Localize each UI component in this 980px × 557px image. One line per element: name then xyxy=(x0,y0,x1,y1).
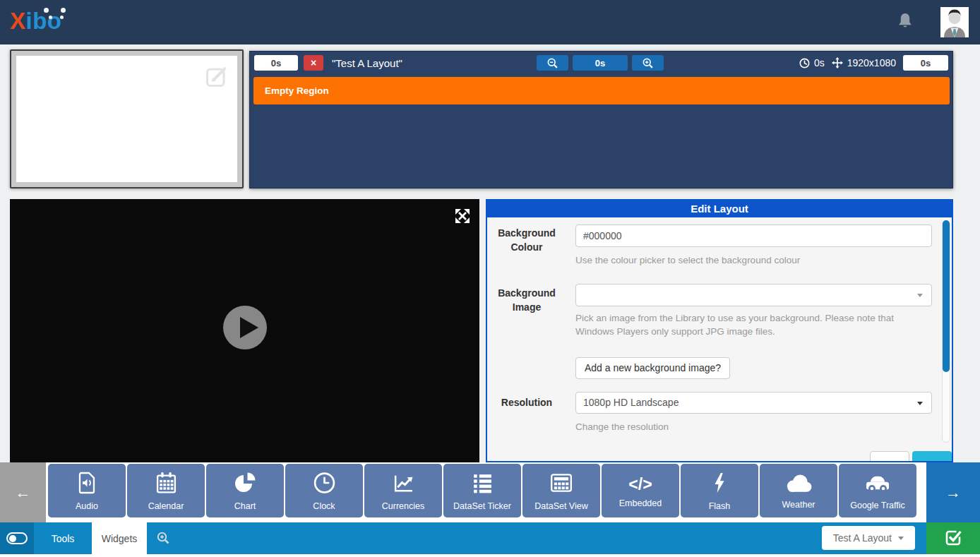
table-icon xyxy=(549,471,573,498)
empty-region-bar[interactable]: Empty Region xyxy=(253,77,950,104)
widget-card-dataset-ticker[interactable]: DataSet Ticker xyxy=(443,464,521,517)
widget-card-embedded[interactable]: </> Embedded xyxy=(602,464,679,517)
timeline-layout-title: "Test A Layout" xyxy=(332,57,402,69)
clock-icon xyxy=(313,471,336,498)
chevron-down-icon xyxy=(898,537,904,540)
widget-card-dataset-view[interactable]: DataSet View xyxy=(522,464,600,517)
car-icon xyxy=(863,472,892,497)
expand-arrows-icon[interactable] xyxy=(453,207,472,228)
panel-scrollbar[interactable] xyxy=(942,220,950,443)
toolbar-scroll-right-button[interactable]: → xyxy=(926,462,980,522)
widget-card-weather[interactable]: Weather xyxy=(760,464,837,517)
chevron-down-icon xyxy=(917,402,923,405)
arrow-left-icon: ← xyxy=(16,484,31,502)
line-chart-icon xyxy=(392,471,415,498)
background-image-help: Pick an image from the Library to use as… xyxy=(575,311,907,338)
layout-preview[interactable] xyxy=(10,199,479,462)
notifications-bell-icon[interactable] xyxy=(897,12,914,34)
xibo-layout-designer: Xibo xyxy=(0,0,980,557)
lightning-bolt-icon xyxy=(709,471,730,498)
tab-tools[interactable]: Tools xyxy=(34,522,92,554)
pie-chart-icon xyxy=(232,471,258,498)
bottom-bar: Tools Widgets Test A Layout xyxy=(0,522,980,554)
widget-label: Audio xyxy=(76,501,98,511)
close-icon: × xyxy=(311,57,316,68)
layout-thumbnail[interactable] xyxy=(10,49,244,188)
play-button[interactable] xyxy=(223,306,267,349)
empty-region-label: Empty Region xyxy=(265,85,329,96)
user-avatar[interactable] xyxy=(940,7,969,37)
timeline-dimensions: 1920x1080 xyxy=(847,57,896,68)
resolution-value: 1080p HD Landscape xyxy=(583,397,679,408)
widget-card-flash[interactable]: Flash xyxy=(681,464,758,517)
logo-dot xyxy=(61,8,66,13)
timeline-zoom-duration[interactable]: 0s xyxy=(573,55,628,71)
background-image-select[interactable] xyxy=(575,284,932,306)
chevron-down-icon xyxy=(917,294,923,297)
timeline-zoom-controls: 0s xyxy=(537,55,664,71)
widget-toolbar: ← Audio xyxy=(0,462,980,522)
confirm-button[interactable] xyxy=(926,522,980,554)
zoom-in-icon xyxy=(642,57,654,69)
resolution-help: Change the resolution xyxy=(575,420,669,433)
widget-label: DataSet View xyxy=(534,501,588,511)
search-plus-icon[interactable] xyxy=(156,531,170,548)
toolbar-scroll-left-button[interactable]: ← xyxy=(0,462,46,522)
edit-pencil-icon[interactable] xyxy=(205,63,230,91)
widget-label: Weather xyxy=(782,500,815,510)
cloud-icon xyxy=(784,472,813,496)
timeline-panel: 0s × "Test A Layout" 0s xyxy=(249,51,953,188)
logo-x: X xyxy=(10,8,26,34)
background-image-label: Background Image xyxy=(487,286,566,314)
logo-dot xyxy=(49,16,52,19)
toggle-icon xyxy=(6,532,28,544)
resolution-label: Resolution xyxy=(487,395,566,409)
layout-select-value: Test A Layout xyxy=(833,532,892,544)
widget-label: Flash xyxy=(709,501,731,511)
widget-label: Embedded xyxy=(619,498,662,508)
move-arrows-icon xyxy=(832,57,843,68)
background-colour-input[interactable] xyxy=(575,224,932,247)
widget-card-currencies[interactable]: Currencies xyxy=(364,464,442,517)
save-button[interactable] xyxy=(912,451,952,462)
widget-card-audio[interactable]: Audio xyxy=(48,464,126,517)
timeline-info-group: 0s 1920x1080 0s xyxy=(799,55,948,71)
widget-card-chart[interactable]: Chart xyxy=(206,464,284,517)
timeline-clock-duration: 0s xyxy=(814,57,825,68)
layout-duration-badge[interactable]: 0s xyxy=(254,55,298,71)
zoom-in-button[interactable] xyxy=(632,55,664,71)
xibo-logo[interactable]: Xibo xyxy=(10,8,62,35)
add-background-image-button[interactable]: Add a new background image? xyxy=(575,357,730,379)
top-navbar: Xibo xyxy=(0,0,980,44)
widget-label: Currencies xyxy=(382,501,424,511)
zoom-out-button[interactable] xyxy=(537,55,568,71)
layout-select-dropdown[interactable]: Test A Layout xyxy=(822,526,915,550)
scrollbar-thumb[interactable] xyxy=(943,220,950,372)
code-icon: </> xyxy=(628,474,652,495)
background-colour-help: Use the colour picker to select the back… xyxy=(575,253,800,267)
logo-dot xyxy=(44,8,49,13)
timeline-header: 0s × "Test A Layout" 0s xyxy=(250,52,952,74)
background-colour-label: Background Colour xyxy=(487,226,566,254)
widget-label: Google Traffic xyxy=(850,501,905,510)
region-duration-badge[interactable]: 0s xyxy=(903,55,948,71)
widget-card-clock[interactable]: Clock xyxy=(285,464,363,517)
widget-card-list: Audio Calendar xyxy=(48,464,916,517)
calendar-icon xyxy=(155,471,178,498)
edit-layout-title: Edit Layout xyxy=(487,200,952,217)
widget-card-google-traffic[interactable]: Google Traffic xyxy=(839,464,916,517)
logo-dot xyxy=(60,16,64,19)
layout-thumbnail-canvas xyxy=(16,56,237,182)
edit-layout-form: Background Colour Use the colour picker … xyxy=(487,217,952,461)
clock-icon xyxy=(799,58,810,68)
zoom-out-icon xyxy=(546,57,558,69)
resolution-select[interactable]: 1080p HD Landscape xyxy=(575,392,932,414)
toolbar-toggle-button[interactable] xyxy=(0,522,34,554)
widget-label: Chart xyxy=(234,501,256,511)
close-timeline-button[interactable]: × xyxy=(304,55,323,71)
page-bottom-strip xyxy=(0,554,980,557)
check-square-icon xyxy=(944,528,962,549)
cancel-button[interactable] xyxy=(870,451,909,462)
tab-widgets[interactable]: Widgets xyxy=(92,522,147,554)
widget-card-calendar[interactable]: Calendar xyxy=(127,464,205,517)
